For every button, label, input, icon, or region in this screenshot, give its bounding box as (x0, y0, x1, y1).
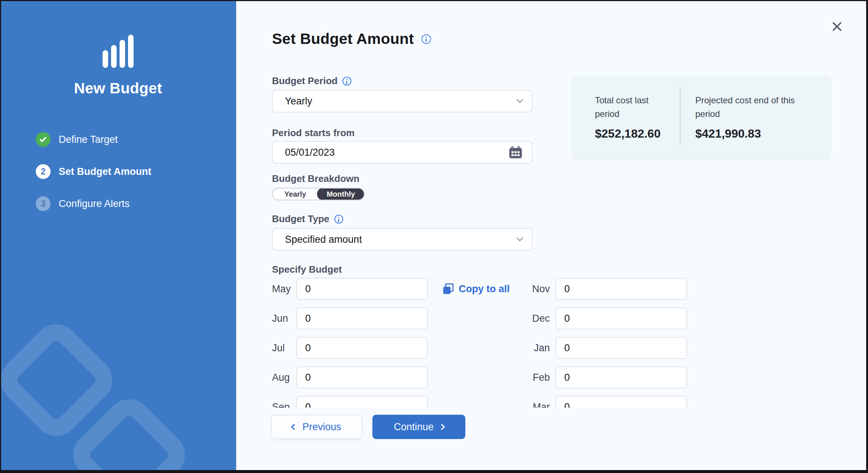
month-row: Sep (272, 396, 428, 408)
step-number-badge: 3 (36, 196, 51, 211)
window-frame-edge (866, 0, 868, 473)
calendar-icon (509, 146, 522, 159)
close-icon[interactable] (831, 20, 843, 33)
month-label: Sep (272, 401, 296, 408)
wizard-title: New Budget (0, 80, 236, 97)
copy-to-all-label: Copy to all (459, 283, 510, 295)
summary-label: Total cost last period (595, 93, 665, 121)
budget-type-value: Specified amount (285, 234, 517, 245)
chevron-left-icon (291, 424, 297, 430)
month-label: Dec (523, 313, 550, 324)
continue-button[interactable]: Continue (372, 415, 465, 439)
month-label: Jul (272, 342, 296, 354)
summary-value: $252,182.60 (595, 127, 665, 141)
month-row: May (272, 278, 428, 300)
window-frame-edge (0, 470, 868, 473)
window-frame-edge (0, 0, 1, 473)
monthly-budget-grid: May Jun Jul Aug Sep (272, 278, 707, 408)
month-amount-input[interactable] (555, 307, 687, 329)
page-title: Set Budget Amount (272, 30, 414, 48)
month-row: Jun (272, 307, 428, 329)
month-row: Jan (523, 337, 687, 359)
step-set-budget-amount[interactable]: 2 Set Budget Amount (36, 164, 151, 179)
month-amount-input[interactable] (296, 337, 428, 359)
month-label: Aug (272, 372, 296, 383)
month-label: Mar (523, 401, 550, 408)
step-number-badge: 2 (36, 164, 51, 179)
chevron-down-icon (516, 96, 523, 103)
copy-to-all-button[interactable]: Copy to all (442, 283, 510, 295)
window-frame-edge (0, 0, 868, 1)
budget-breakdown-toggle: Yearly Monthly (272, 188, 365, 200)
month-amount-input[interactable] (555, 396, 687, 408)
summary-value: $421,990.83 (695, 127, 817, 141)
continue-button-label: Continue (394, 421, 434, 433)
budget-period-select[interactable]: Yearly (272, 90, 533, 113)
month-label: Nov (523, 283, 550, 295)
budget-breakdown-label: Budget Breakdown (272, 173, 359, 184)
month-amount-input[interactable] (296, 396, 428, 408)
info-icon[interactable] (421, 34, 431, 44)
wizard-sidebar: New Budget Define Target 2 Set Budget Am… (0, 0, 236, 473)
month-amount-input[interactable] (555, 337, 687, 359)
month-row: Mar (523, 396, 687, 408)
chevron-right-icon (439, 424, 445, 430)
month-row: Aug (272, 366, 428, 389)
step-configure-alerts[interactable]: 3 Configure Alerts (36, 196, 151, 211)
chevron-down-icon (516, 235, 523, 241)
new-budget-modal: New Budget Define Target 2 Set Budget Am… (0, 0, 868, 473)
previous-button-label: Previous (302, 421, 341, 433)
toggle-option-monthly[interactable]: Monthly (317, 188, 365, 200)
cost-summary-card: Total cost last period $252,182.60 Proje… (571, 75, 831, 160)
month-row: Jul (272, 337, 428, 359)
month-amount-input[interactable] (296, 307, 428, 329)
copy-icon (442, 283, 454, 295)
month-amount-input[interactable] (555, 278, 687, 300)
step-define-target[interactable]: Define Target (36, 132, 151, 147)
info-icon[interactable] (342, 77, 351, 86)
period-starts-value: 05/01/2023 (285, 147, 509, 158)
budget-type-label: Budget Type (272, 213, 330, 225)
budget-period-label: Budget Period (272, 75, 338, 87)
budget-period-value: Yearly (285, 96, 517, 107)
summary-label: Projected cost end of this period (695, 93, 817, 121)
month-amount-input[interactable] (296, 366, 428, 389)
check-icon (36, 132, 51, 147)
wizard-steps: Define Target 2 Set Budget Amount 3 Conf… (36, 132, 151, 211)
month-label: Jun (272, 313, 296, 324)
info-icon[interactable] (334, 215, 343, 224)
summary-divider (680, 87, 681, 145)
month-amount-input[interactable] (555, 366, 687, 389)
budget-type-select[interactable]: Specified amount (272, 228, 533, 251)
step-label: Configure Alerts (59, 198, 130, 210)
period-starts-label: Period starts from (272, 127, 355, 139)
step-label: Set Budget Amount (59, 166, 151, 177)
set-budget-amount-panel: Set Budget Amount Total cost last period… (236, 0, 868, 473)
specify-budget-label: Specify Budget (272, 264, 342, 275)
month-label: May (272, 283, 296, 295)
period-starts-date-field[interactable]: 05/01/2023 (272, 141, 533, 164)
month-amount-input[interactable] (296, 278, 428, 300)
previous-button[interactable]: Previous (271, 415, 362, 439)
toggle-option-yearly[interactable]: Yearly (273, 189, 318, 200)
month-label: Feb (523, 372, 550, 383)
month-row: Nov (523, 278, 687, 300)
month-row: Dec (523, 307, 687, 329)
bar-chart-logo (0, 35, 236, 68)
month-row: Feb (523, 366, 687, 389)
month-label: Jan (523, 342, 550, 354)
step-label: Define Target (59, 134, 118, 145)
